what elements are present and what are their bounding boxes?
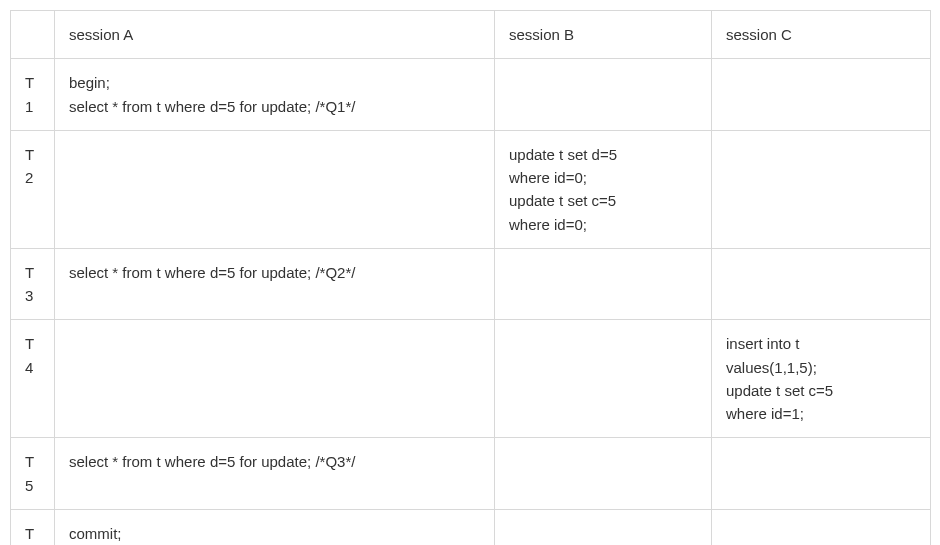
table-row: T6 commit;: [11, 509, 931, 545]
cell-session-a: [55, 130, 495, 248]
sql-line: update t set c=5: [509, 192, 616, 209]
sql-line: update t set c=5: [726, 382, 833, 399]
header-session-a: session A: [55, 11, 495, 59]
cell-session-b: [495, 248, 712, 320]
cell-session-c: [712, 59, 931, 131]
cell-session-a: commit;: [55, 509, 495, 545]
header-row: session A session B session C: [11, 11, 931, 59]
table-row: T1 begin; select * from t where d=5 for …: [11, 59, 931, 131]
sql-line: begin;: [69, 74, 110, 91]
cell-session-c: [712, 438, 931, 510]
table-row: T5 select * from t where d=5 for update;…: [11, 438, 931, 510]
table-row: T4 insert into t values(1,1,5); update t…: [11, 320, 931, 438]
cell-session-c: [712, 130, 931, 248]
cell-session-a: [55, 320, 495, 438]
sql-line: values(1,1,5);: [726, 359, 817, 376]
session-timeline-table: session A session B session C T1 begin; …: [10, 10, 931, 545]
header-session-b: session B: [495, 11, 712, 59]
cell-session-a: select * from t where d=5 for update; /*…: [55, 438, 495, 510]
sql-line: where id=0;: [509, 216, 587, 233]
cell-session-b: [495, 509, 712, 545]
cell-session-a: begin; select * from t where d=5 for upd…: [55, 59, 495, 131]
table-row: T3 select * from t where d=5 for update;…: [11, 248, 931, 320]
cell-session-b: update t set d=5 where id=0; update t se…: [495, 130, 712, 248]
step-label: T2: [11, 130, 55, 248]
step-label: T3: [11, 248, 55, 320]
step-label: T1: [11, 59, 55, 131]
cell-session-a: select * from t where d=5 for update; /*…: [55, 248, 495, 320]
sql-line: insert into t: [726, 335, 799, 352]
step-label: T6: [11, 509, 55, 545]
step-label: T5: [11, 438, 55, 510]
sql-line: where id=0;: [509, 169, 587, 186]
cell-session-b: [495, 59, 712, 131]
header-session-c: session C: [712, 11, 931, 59]
cell-session-b: [495, 320, 712, 438]
header-step: [11, 11, 55, 59]
cell-session-c: insert into t values(1,1,5); update t se…: [712, 320, 931, 438]
cell-session-c: [712, 509, 931, 545]
sql-line: select * from t where d=5 for update; /*…: [69, 98, 355, 115]
cell-session-b: [495, 438, 712, 510]
sql-line: update t set d=5: [509, 146, 617, 163]
step-label: T4: [11, 320, 55, 438]
sql-line: where id=1;: [726, 405, 804, 422]
cell-session-c: [712, 248, 931, 320]
table-row: T2 update t set d=5 where id=0; update t…: [11, 130, 931, 248]
